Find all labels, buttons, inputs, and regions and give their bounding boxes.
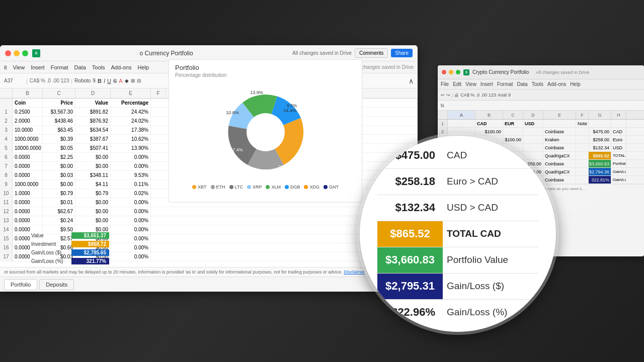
menu-insert[interactable]: Insert [31,64,45,70]
font-size[interactable]: 9 [93,78,96,83]
menu-view[interactable]: View [13,64,25,70]
ss2-menu-edit[interactable]: Edit [453,81,461,87]
cell-pct[interactable]: 0.00% [111,216,151,225]
cell-coin[interactable]: 0.0000 [13,153,43,161]
ss2-col-g[interactable]: G [589,111,611,119]
cell-coin[interactable]: 1000.0000 [13,180,43,189]
ss2-tb-print[interactable]: 🖨 [454,93,459,98]
menu-data[interactable]: Data [74,64,86,70]
cell-coin[interactable]: 0.2500 [13,108,43,116]
ss2-maximize[interactable] [456,70,460,74]
cell-pct[interactable]: 10.62% [111,135,151,143]
cell-coin[interactable]: 0.0000 [13,171,43,179]
cell-pct[interactable]: 0.00% [111,243,151,252]
cell-price[interactable]: $62.67 [43,207,75,216]
font-selector[interactable]: CA$ % .0 .00 123 [30,78,69,83]
ss2-menu-help[interactable]: Help [570,81,581,87]
cell-value[interactable]: $634.54 [75,126,111,134]
ss2-close[interactable] [442,70,446,74]
cell-price[interactable]: $0.03 [43,171,75,179]
cell-price[interactable]: $3,567.30 [43,108,75,116]
cell-value[interactable]: $0.00 [75,198,111,207]
cell-pct[interactable]: 0.00% [111,207,151,216]
cell-value[interactable]: $891.82 [75,108,111,116]
cell-price[interactable]: $438.46 [43,117,75,125]
cell-price[interactable]: $0.39 [43,135,75,143]
collapse-button[interactable]: ∧ [409,77,414,85]
ss2-tb-arial[interactable]: Arial [498,93,507,98]
font-name[interactable]: Roboto [74,78,91,83]
cell-pct[interactable]: 0.00% [111,225,151,234]
cell-coin[interactable]: 1.0000 [13,189,43,198]
ss2-tb-format[interactable]: CA$ % .0 .00 123 [460,93,496,98]
col-header-e[interactable]: E [111,88,151,98]
menu-addons[interactable]: Add-ons [111,64,131,70]
cell-coin[interactable]: 0.0000 [13,216,43,225]
ss2-menu-tools[interactable]: Tools [532,81,543,87]
col-header-b[interactable]: B [13,88,43,98]
cell-value[interactable]: $348.11 [75,171,111,179]
cell-value[interactable]: $876.92 [75,117,111,125]
ss2-col-b[interactable]: B [475,111,503,119]
close-button[interactable] [5,50,11,56]
maximize-button[interactable] [22,50,28,56]
ss2-col-e[interactable]: E [543,111,576,119]
cell-pct[interactable]: 13.90% [111,144,151,152]
disclaimer-link[interactable]: Disclaimer [344,269,365,275]
ss2-tb-undo[interactable]: ↩ [441,93,445,98]
cell-price[interactable]: $0.24 [43,216,75,225]
merge-button[interactable]: ⊟ [137,78,141,83]
cell-value[interactable]: $4.11 [75,180,111,189]
cell-coin[interactable]: 0.0000 [13,198,43,207]
comments-button[interactable]: Comments [355,48,388,58]
cell-coin[interactable]: 0.0000 [13,207,43,216]
ss2-col-a[interactable]: A [448,111,475,119]
borders-button[interactable]: ⊞ [131,78,135,83]
cell-value[interactable]: $0.79 [75,189,111,198]
strikethrough-button[interactable]: S [113,78,117,84]
ss2-minimize[interactable] [449,70,453,74]
cell-coin[interactable]: 1000.0000 [13,135,43,143]
underline-button[interactable]: U [107,78,111,84]
cell-value[interactable]: $0.00 [75,162,111,170]
ss2-menu-view[interactable]: View [465,81,476,87]
cell-value[interactable]: $0.00 [75,216,111,225]
ss2-menu-addons[interactable]: Add-ons [547,81,566,87]
menu-it[interactable]: it [4,64,7,70]
cell-pct[interactable]: 9.53% [111,171,151,179]
cell-price[interactable]: $63.45 [43,126,75,134]
cell-price[interactable]: $0.00 [43,180,75,189]
menu-help[interactable]: Help [137,64,149,70]
cell-price[interactable]: $2.25 [43,153,75,161]
cell-pct[interactable]: 17.38% [111,126,151,134]
cell-price[interactable]: $0.05 [43,144,75,152]
cell-pct[interactable]: 0.02% [111,189,151,198]
cell-value[interactable]: $387.67 [75,135,111,143]
cell-value[interactable]: $507.41 [75,144,111,152]
tab-portfolio[interactable]: Portfolio [4,279,37,290]
cell-coin[interactable]: 0.0000 [13,162,43,170]
cell-value[interactable]: $0.00 [75,153,111,161]
cell-pct[interactable]: 0.00% [111,198,151,207]
ss2-col-c[interactable]: C [503,111,523,119]
ss2-tb-redo[interactable]: ↪ [446,93,450,98]
col-header-d[interactable]: D [75,88,111,98]
cell-coin[interactable]: 2.0000 [13,117,43,125]
cell-pct[interactable]: 0.11% [111,180,151,189]
ss2-menu-format[interactable]: Format [497,81,513,87]
ss2-col-d[interactable]: D [523,111,543,119]
cell-pct[interactable]: 0.00% [111,162,151,170]
ss2-menu-insert[interactable]: Insert [480,81,493,87]
share-button[interactable]: Share [391,49,413,57]
cell-pct[interactable]: 0.00% [111,252,151,261]
ss2-menu-data[interactable]: Data [517,81,528,87]
col-header-c[interactable]: C [43,88,75,98]
menu-format[interactable]: Format [51,64,68,70]
bold-button[interactable]: B [98,78,102,84]
cell-price[interactable]: $0.00 [43,162,75,170]
minimize-button[interactable] [14,50,20,56]
ss2-tb-fontsize[interactable]: 9 [508,93,511,98]
italic-button[interactable]: I [104,78,105,84]
cell-coin[interactable]: 10.0000 [13,126,43,134]
fill-color-button[interactable]: ◆ [125,78,129,83]
